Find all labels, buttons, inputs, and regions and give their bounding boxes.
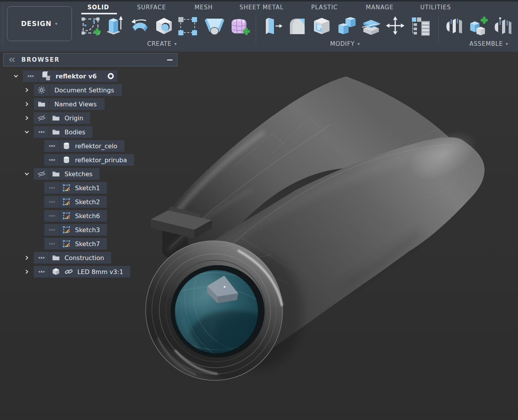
component-icon bbox=[41, 71, 51, 82]
eye-off-icon bbox=[37, 114, 46, 122]
tab-surface[interactable]: SURFACE bbox=[137, 2, 166, 13]
loft-button[interactable] bbox=[204, 14, 225, 37]
tab-solid[interactable]: SOLID bbox=[87, 2, 109, 13]
toolbar-divider bbox=[3, 5, 3, 46]
chevron-right-icon[interactable] bbox=[23, 114, 31, 122]
visibility-toggle-origin[interactable] bbox=[34, 112, 49, 124]
create-form-button[interactable] bbox=[228, 14, 250, 37]
visibility-toggle-reflektor-v6[interactable] bbox=[23, 70, 38, 82]
group-dropdown-create[interactable]: CREATE▾ bbox=[147, 39, 177, 49]
window-top-strip bbox=[0, 0, 518, 2]
chevron-down-icon: ▾ bbox=[358, 39, 360, 49]
tree-row-sketch7: Sketch7 bbox=[44, 238, 107, 250]
chevron-down-icon[interactable] bbox=[12, 72, 20, 80]
activate-component-radio[interactable] bbox=[104, 70, 117, 82]
tree-item-led-8mm-v3-1[interactable]: LED 8mm v3:1 bbox=[49, 266, 130, 278]
visibility-toggle-led-8mm-v3-1[interactable] bbox=[34, 266, 49, 278]
tree-item-sketch3[interactable]: Sketch3 bbox=[60, 224, 107, 236]
type-icon-cell-named-views[interactable] bbox=[34, 98, 49, 110]
tree-row-bodies: Bodies bbox=[34, 126, 92, 138]
shell-button[interactable] bbox=[311, 14, 333, 37]
chevron-down-icon[interactable] bbox=[23, 170, 31, 178]
tab-utilities[interactable]: UTILITIES bbox=[420, 2, 451, 13]
tree-row-document-settings: Document Settings bbox=[34, 84, 122, 96]
tree-item-reflektor-priruba[interactable]: reflektor_priruba bbox=[60, 154, 134, 166]
tree-item-sketch6[interactable]: Sketch6 bbox=[60, 210, 107, 222]
tree-item-reflektor-v6[interactable]: reflektor v6 bbox=[38, 70, 104, 82]
tree-row-named-views: Named Views bbox=[34, 98, 105, 110]
visibility-toggle-reflektor-priruba[interactable] bbox=[44, 154, 59, 166]
tree-item-label: Sketch7 bbox=[75, 240, 100, 248]
split-body-button[interactable] bbox=[360, 14, 382, 37]
sketch-icon bbox=[62, 226, 71, 234]
double-chevron-left-icon[interactable] bbox=[9, 57, 16, 62]
hole-button[interactable] bbox=[153, 14, 175, 37]
move-icon bbox=[384, 14, 406, 37]
tree-row-led-8mm-v3-1: LED 8mm v3:1 bbox=[34, 266, 130, 278]
new-component-button[interactable] bbox=[467, 14, 489, 37]
visibility-toggle-construction[interactable] bbox=[34, 252, 49, 264]
tree-item-sketch7[interactable]: Sketch7 bbox=[60, 238, 107, 250]
joint-button[interactable] bbox=[443, 14, 464, 37]
sketch-icon bbox=[62, 212, 71, 220]
tree-item-sketches[interactable]: Sketches bbox=[49, 168, 99, 180]
visibility-toggle-reflektor-celo[interactable] bbox=[44, 140, 59, 152]
group-dropdown-assemble[interactable]: ASSEMBLE▾ bbox=[469, 39, 508, 49]
type-icon-cell-document-settings[interactable] bbox=[34, 84, 49, 96]
create-sketch-button[interactable] bbox=[80, 14, 101, 37]
revolve-button[interactable] bbox=[129, 14, 151, 37]
cube-icon bbox=[52, 267, 60, 276]
rectangular-pattern-button[interactable] bbox=[177, 14, 199, 37]
visibility-toggle-bodies[interactable] bbox=[34, 126, 49, 138]
chevron-right-icon[interactable] bbox=[23, 268, 31, 276]
fillet-button[interactable] bbox=[286, 14, 308, 37]
tab-plastic[interactable]: PLASTIC bbox=[311, 2, 338, 13]
move-copy-button[interactable] bbox=[384, 14, 406, 37]
tree-row-sketch1: Sketch1 bbox=[44, 182, 107, 194]
tree-item-reflektor-celo[interactable]: reflektor_celo bbox=[60, 140, 124, 152]
tree-item-bodies[interactable]: Bodies bbox=[49, 126, 92, 138]
activate-radio-icon bbox=[106, 72, 115, 80]
fillet-icon bbox=[286, 14, 308, 37]
tree-item-construction[interactable]: Construction bbox=[49, 252, 111, 264]
chevron-down-icon[interactable] bbox=[23, 128, 31, 136]
toolbar-divider bbox=[256, 16, 256, 43]
tree-row-origin: Origin bbox=[34, 112, 90, 124]
eye-dim-icon bbox=[48, 212, 56, 220]
tab-sheet-metal[interactable]: SHEET METAL bbox=[239, 2, 284, 13]
tree-item-document-settings[interactable]: Document Settings bbox=[49, 84, 122, 96]
press-pull-button[interactable] bbox=[261, 14, 283, 37]
combine-button[interactable] bbox=[336, 14, 358, 37]
visibility-toggle-sketch3[interactable] bbox=[44, 224, 59, 236]
design-menu-button[interactable]: DESIGN ▾ bbox=[7, 6, 72, 41]
tree-item-origin[interactable]: Origin bbox=[49, 112, 90, 124]
tree-item-label: reflektor_priruba bbox=[75, 156, 127, 164]
extrude-button[interactable] bbox=[103, 14, 124, 37]
visibility-toggle-sketch7[interactable] bbox=[44, 238, 59, 250]
visibility-toggle-sketches[interactable] bbox=[34, 168, 49, 180]
sketch-icon bbox=[62, 184, 71, 192]
visibility-toggle-sketch1[interactable] bbox=[44, 182, 59, 194]
tree-item-label: reflektor v6 bbox=[56, 73, 97, 80]
tree-item-label: Sketches bbox=[65, 170, 92, 178]
chevron-right-icon[interactable] bbox=[23, 100, 31, 108]
visibility-toggle-sketch2[interactable] bbox=[44, 196, 59, 208]
sketch-icon bbox=[62, 240, 71, 248]
eye-icon bbox=[48, 142, 56, 150]
as-built-joint-button[interactable] bbox=[492, 14, 513, 37]
change-parameters-button[interactable] bbox=[410, 14, 431, 37]
minus-icon[interactable] bbox=[167, 59, 173, 61]
tree-item-sketch1[interactable]: Sketch1 bbox=[60, 182, 107, 194]
tab-mesh[interactable]: MESH bbox=[194, 2, 213, 13]
chevron-right-icon[interactable] bbox=[23, 254, 31, 262]
tree-item-sketch2[interactable]: Sketch2 bbox=[60, 196, 107, 208]
group-dropdown-modify[interactable]: MODIFY▾ bbox=[330, 39, 360, 49]
group-label: CREATE bbox=[147, 39, 172, 49]
browser-panel-header[interactable]: BROWSER bbox=[3, 53, 178, 66]
tab-manage[interactable]: MANAGE bbox=[366, 2, 394, 13]
tree-item-named-views[interactable]: Named Views bbox=[49, 98, 105, 110]
visibility-toggle-sketch6[interactable] bbox=[44, 210, 59, 222]
revolve-icon bbox=[129, 14, 151, 37]
eye-off-icon bbox=[37, 170, 46, 178]
chevron-right-icon[interactable] bbox=[23, 86, 31, 94]
